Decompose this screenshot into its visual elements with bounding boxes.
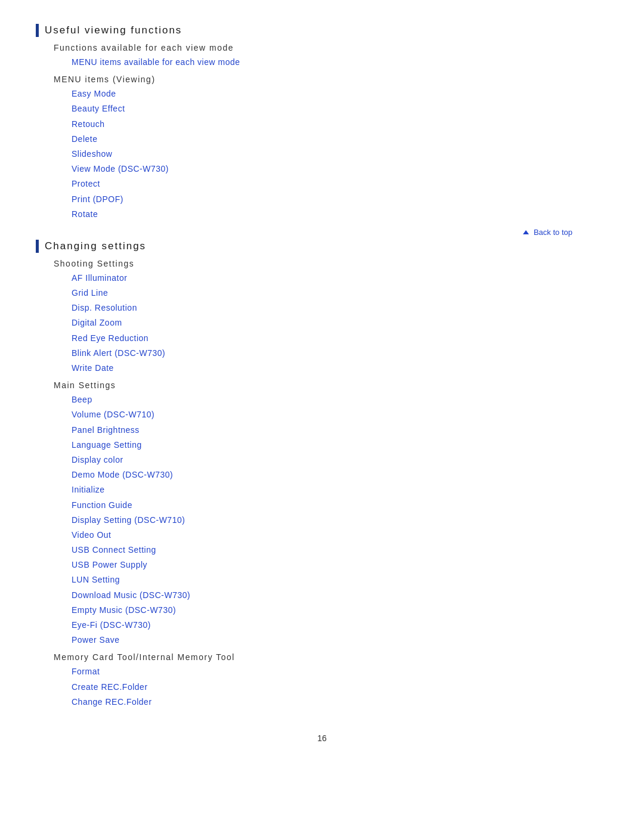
functions-available-subsection: Functions available for each view mode M… (54, 43, 608, 70)
download-music-link[interactable]: Download Music (DSC-W730) (72, 588, 608, 603)
beauty-effect-link[interactable]: Beauty Effect (72, 101, 608, 116)
create-rec-folder-link[interactable]: Create REC.Folder (72, 680, 608, 695)
usb-connect-link[interactable]: USB Connect Setting (72, 543, 608, 558)
changing-settings-heading: Changing settings (36, 240, 608, 253)
functions-available-links: MENU items available for each view mode (72, 55, 608, 70)
changing-settings-title: Changing settings (45, 240, 146, 252)
functions-available-title: Functions available for each view mode (54, 43, 608, 52)
lun-setting-link[interactable]: LUN Setting (72, 572, 608, 587)
protect-link[interactable]: Protect (72, 176, 608, 191)
print-dpof-link[interactable]: Print (DPOF) (72, 192, 608, 207)
main-settings-title: Main Settings (54, 380, 608, 390)
easy-mode-link[interactable]: Easy Mode (72, 86, 608, 101)
menu-items-viewing-title: MENU items (Viewing) (54, 75, 608, 84)
main-settings-links: Beep Volume (DSC-W710) Panel Brightness … (72, 392, 608, 648)
disp-resolution-link[interactable]: Disp. Resolution (72, 301, 608, 315)
memory-card-tool-links: Format Create REC.Folder Change REC.Fold… (72, 664, 608, 710)
shooting-settings-title: Shooting Settings (54, 259, 608, 268)
delete-link[interactable]: Delete (72, 132, 608, 147)
view-mode-link[interactable]: View Mode (DSC-W730) (72, 162, 608, 176)
menu-items-viewing-subsection: MENU items (Viewing) Easy Mode Beauty Ef… (54, 75, 608, 222)
menu-items-viewing-links: Easy Mode Beauty Effect Retouch Delete S… (72, 86, 608, 222)
digital-zoom-link[interactable]: Digital Zoom (72, 315, 608, 330)
back-to-top-link[interactable]: Back to top (523, 228, 572, 237)
useful-viewing-title: Useful viewing functions (45, 24, 182, 36)
video-out-link[interactable]: Video Out (72, 528, 608, 543)
usb-power-link[interactable]: USB Power Supply (72, 558, 608, 572)
triangle-up-icon (523, 230, 529, 234)
main-settings-subsection: Main Settings Beep Volume (DSC-W710) Pan… (54, 380, 608, 648)
back-to-top-label: Back to top (534, 228, 572, 237)
memory-card-tool-title: Memory Card Tool/Internal Memory Tool (54, 652, 608, 662)
language-setting-link[interactable]: Language Setting (72, 438, 608, 453)
change-rec-folder-link[interactable]: Change REC.Folder (72, 695, 608, 710)
demo-mode-link[interactable]: Demo Mode (DSC-W730) (72, 467, 608, 482)
section-bar (36, 24, 39, 37)
power-save-link[interactable]: Power Save (72, 633, 608, 648)
display-setting-link[interactable]: Display Setting (DSC-W710) (72, 513, 608, 528)
page-container: Useful viewing functions Functions avail… (0, 0, 644, 833)
menu-items-link[interactable]: MENU items available for each view mode (72, 55, 608, 70)
shooting-settings-subsection: Shooting Settings AF Illuminator Grid Li… (54, 259, 608, 376)
format-link[interactable]: Format (72, 664, 608, 679)
grid-line-link[interactable]: Grid Line (72, 286, 608, 301)
changing-settings-section: Changing settings Shooting Settings AF I… (36, 240, 608, 710)
empty-music-link[interactable]: Empty Music (DSC-W730) (72, 603, 608, 618)
panel-brightness-link[interactable]: Panel Brightness (72, 423, 608, 438)
retouch-link[interactable]: Retouch (72, 117, 608, 132)
af-illuminator-link[interactable]: AF Illuminator (72, 271, 608, 286)
memory-card-tool-subsection: Memory Card Tool/Internal Memory Tool Fo… (54, 652, 608, 710)
beep-link[interactable]: Beep (72, 392, 608, 407)
useful-viewing-heading: Useful viewing functions (36, 24, 608, 37)
function-guide-link[interactable]: Function Guide (72, 498, 608, 513)
eye-fi-link[interactable]: Eye-Fi (DSC-W730) (72, 618, 608, 633)
volume-link[interactable]: Volume (DSC-W710) (72, 407, 608, 422)
slideshow-link[interactable]: Slideshow (72, 147, 608, 162)
blink-alert-link[interactable]: Blink Alert (DSC-W730) (72, 346, 608, 361)
write-date-link[interactable]: Write Date (72, 361, 608, 376)
section-bar-2 (36, 240, 39, 253)
display-color-link[interactable]: Display color (72, 453, 608, 467)
page-number: 16 (36, 733, 608, 743)
rotate-link[interactable]: Rotate (72, 207, 608, 222)
useful-viewing-section: Useful viewing functions Functions avail… (36, 24, 608, 222)
shooting-settings-links: AF Illuminator Grid Line Disp. Resolutio… (72, 271, 608, 376)
initialize-link[interactable]: Initialize (72, 482, 608, 497)
red-eye-reduction-link[interactable]: Red Eye Reduction (72, 331, 608, 346)
